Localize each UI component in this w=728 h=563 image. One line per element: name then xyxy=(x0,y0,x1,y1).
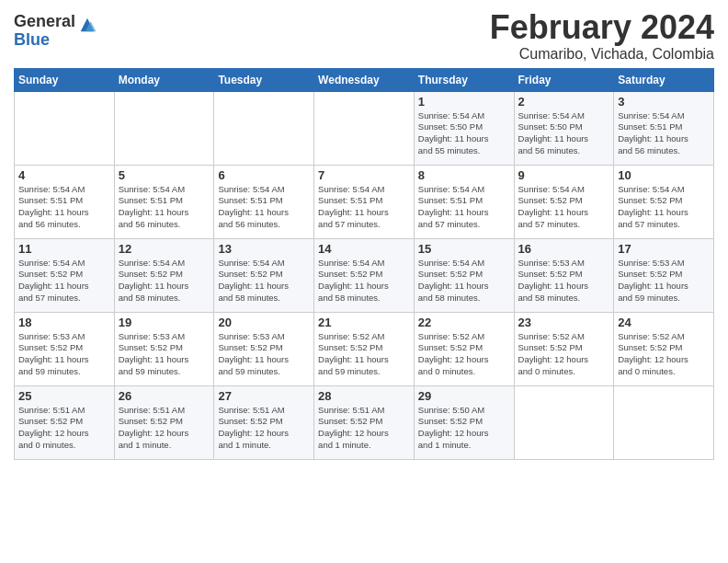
day-info: Sunrise: 5:54 AM Sunset: 5:50 PM Dayligh… xyxy=(418,110,510,157)
day-info: Sunrise: 5:53 AM Sunset: 5:52 PM Dayligh… xyxy=(18,331,110,378)
calendar-cell: 22Sunrise: 5:52 AM Sunset: 5:52 PM Dayli… xyxy=(414,312,514,385)
header-day-saturday: Saturday xyxy=(614,68,714,91)
calendar-cell: 28Sunrise: 5:51 AM Sunset: 5:52 PM Dayli… xyxy=(314,385,415,459)
title-area: February 2024 Cumaribo, Vichada, Colombi… xyxy=(490,9,714,63)
day-info: Sunrise: 5:54 AM Sunset: 5:51 PM Dayligh… xyxy=(119,184,210,231)
day-info: Sunrise: 5:54 AM Sunset: 5:51 PM Dayligh… xyxy=(618,110,710,157)
calendar-header-row: SundayMondayTuesdayWednesdayThursdayFrid… xyxy=(15,68,714,91)
day-info: Sunrise: 5:54 AM Sunset: 5:52 PM Dayligh… xyxy=(518,184,610,231)
calendar-cell: 15Sunrise: 5:54 AM Sunset: 5:52 PM Dayli… xyxy=(414,238,514,312)
day-number: 7 xyxy=(318,168,410,182)
day-number: 6 xyxy=(218,168,310,182)
calendar-cell: 27Sunrise: 5:51 AM Sunset: 5:52 PM Dayli… xyxy=(214,385,314,459)
header-day-thursday: Thursday xyxy=(414,68,514,91)
calendar-cell: 13Sunrise: 5:54 AM Sunset: 5:52 PM Dayli… xyxy=(214,238,314,312)
day-number: 27 xyxy=(218,389,310,403)
day-number: 25 xyxy=(18,389,110,403)
calendar-cell: 24Sunrise: 5:52 AM Sunset: 5:52 PM Dayli… xyxy=(614,312,714,385)
day-info: Sunrise: 5:54 AM Sunset: 5:52 PM Dayligh… xyxy=(18,258,110,304)
day-number: 19 xyxy=(119,316,210,329)
calendar-cell xyxy=(614,385,714,459)
day-info: Sunrise: 5:52 AM Sunset: 5:52 PM Dayligh… xyxy=(618,331,710,378)
day-number: 28 xyxy=(318,389,410,403)
day-info: Sunrise: 5:52 AM Sunset: 5:52 PM Dayligh… xyxy=(418,331,510,378)
calendar-cell: 3Sunrise: 5:54 AM Sunset: 5:51 PM Daylig… xyxy=(614,91,714,165)
day-info: Sunrise: 5:53 AM Sunset: 5:52 PM Dayligh… xyxy=(518,258,610,304)
week-row-3: 11Sunrise: 5:54 AM Sunset: 5:52 PM Dayli… xyxy=(15,238,714,312)
calendar-cell: 8Sunrise: 5:54 AM Sunset: 5:51 PM Daylig… xyxy=(414,165,514,238)
day-info: Sunrise: 5:54 AM Sunset: 5:51 PM Dayligh… xyxy=(318,184,410,231)
day-number: 10 xyxy=(618,168,710,182)
day-number: 1 xyxy=(418,95,510,109)
day-number: 5 xyxy=(119,168,210,182)
day-number: 29 xyxy=(418,389,510,403)
calendar-cell: 18Sunrise: 5:53 AM Sunset: 5:52 PM Dayli… xyxy=(15,312,115,385)
calendar-cell: 21Sunrise: 5:52 AM Sunset: 5:52 PM Dayli… xyxy=(314,312,415,385)
calendar-cell: 5Sunrise: 5:54 AM Sunset: 5:51 PM Daylig… xyxy=(114,165,214,238)
calendar-cell: 9Sunrise: 5:54 AM Sunset: 5:52 PM Daylig… xyxy=(514,165,614,238)
day-number: 2 xyxy=(518,95,610,109)
day-info: Sunrise: 5:52 AM Sunset: 5:52 PM Dayligh… xyxy=(318,331,410,378)
day-info: Sunrise: 5:54 AM Sunset: 5:52 PM Dayligh… xyxy=(119,258,210,304)
week-row-4: 18Sunrise: 5:53 AM Sunset: 5:52 PM Dayli… xyxy=(15,312,714,385)
calendar-cell: 11Sunrise: 5:54 AM Sunset: 5:52 PM Dayli… xyxy=(15,238,115,312)
day-number: 20 xyxy=(218,316,310,329)
day-info: Sunrise: 5:51 AM Sunset: 5:52 PM Dayligh… xyxy=(218,405,310,452)
calendar-cell: 25Sunrise: 5:51 AM Sunset: 5:52 PM Dayli… xyxy=(15,385,115,459)
day-number: 17 xyxy=(618,242,710,256)
header-day-tuesday: Tuesday xyxy=(214,68,314,91)
calendar-cell: 10Sunrise: 5:54 AM Sunset: 5:52 PM Dayli… xyxy=(614,165,714,238)
day-info: Sunrise: 5:54 AM Sunset: 5:52 PM Dayligh… xyxy=(418,258,510,304)
day-number: 21 xyxy=(318,316,410,329)
logo-icon xyxy=(77,15,97,35)
day-info: Sunrise: 5:50 AM Sunset: 5:52 PM Dayligh… xyxy=(418,405,510,452)
day-number: 15 xyxy=(418,242,510,256)
calendar-cell: 17Sunrise: 5:53 AM Sunset: 5:52 PM Dayli… xyxy=(614,238,714,312)
calendar-cell: 1Sunrise: 5:54 AM Sunset: 5:50 PM Daylig… xyxy=(414,91,514,165)
day-number: 13 xyxy=(218,242,310,256)
day-info: Sunrise: 5:54 AM Sunset: 5:51 PM Dayligh… xyxy=(418,184,510,231)
day-number: 16 xyxy=(518,242,610,256)
calendar-cell: 16Sunrise: 5:53 AM Sunset: 5:52 PM Dayli… xyxy=(514,238,614,312)
header-day-wednesday: Wednesday xyxy=(314,68,415,91)
calendar-cell: 4Sunrise: 5:54 AM Sunset: 5:51 PM Daylig… xyxy=(15,165,115,238)
day-number: 9 xyxy=(518,168,610,182)
calendar-cell xyxy=(114,91,214,165)
calendar-cell: 29Sunrise: 5:50 AM Sunset: 5:52 PM Dayli… xyxy=(414,385,514,459)
calendar-cell xyxy=(314,91,415,165)
subtitle: Cumaribo, Vichada, Colombia xyxy=(490,46,714,63)
day-info: Sunrise: 5:54 AM Sunset: 5:52 PM Dayligh… xyxy=(318,258,410,304)
calendar-cell: 23Sunrise: 5:52 AM Sunset: 5:52 PM Dayli… xyxy=(514,312,614,385)
calendar-cell: 20Sunrise: 5:53 AM Sunset: 5:52 PM Dayli… xyxy=(214,312,314,385)
day-info: Sunrise: 5:51 AM Sunset: 5:52 PM Dayligh… xyxy=(318,405,410,452)
logo-blue: Blue xyxy=(14,31,75,50)
day-number: 3 xyxy=(618,95,710,109)
calendar-cell: 7Sunrise: 5:54 AM Sunset: 5:51 PM Daylig… xyxy=(314,165,415,238)
day-info: Sunrise: 5:53 AM Sunset: 5:52 PM Dayligh… xyxy=(218,331,310,378)
calendar-table: SundayMondayTuesdayWednesdayThursdayFrid… xyxy=(14,68,714,460)
day-number: 24 xyxy=(618,316,710,329)
day-info: Sunrise: 5:51 AM Sunset: 5:52 PM Dayligh… xyxy=(18,405,110,452)
day-number: 12 xyxy=(119,242,210,256)
day-info: Sunrise: 5:54 AM Sunset: 5:51 PM Dayligh… xyxy=(18,184,110,231)
day-number: 26 xyxy=(119,389,210,403)
day-info: Sunrise: 5:51 AM Sunset: 5:52 PM Dayligh… xyxy=(119,405,210,452)
day-info: Sunrise: 5:54 AM Sunset: 5:51 PM Dayligh… xyxy=(218,184,310,231)
calendar-cell xyxy=(214,91,314,165)
day-number: 8 xyxy=(418,168,510,182)
day-info: Sunrise: 5:54 AM Sunset: 5:50 PM Dayligh… xyxy=(518,110,610,157)
calendar-cell: 14Sunrise: 5:54 AM Sunset: 5:52 PM Dayli… xyxy=(314,238,415,312)
day-number: 11 xyxy=(18,242,110,256)
header: General Blue February 2024 Cumaribo, Vic… xyxy=(14,9,714,63)
calendar-cell: 2Sunrise: 5:54 AM Sunset: 5:50 PM Daylig… xyxy=(514,91,614,165)
header-day-monday: Monday xyxy=(114,68,214,91)
calendar-cell xyxy=(15,91,115,165)
day-number: 14 xyxy=(318,242,410,256)
day-info: Sunrise: 5:52 AM Sunset: 5:52 PM Dayligh… xyxy=(518,331,610,378)
calendar-cell: 12Sunrise: 5:54 AM Sunset: 5:52 PM Dayli… xyxy=(114,238,214,312)
week-row-5: 25Sunrise: 5:51 AM Sunset: 5:52 PM Dayli… xyxy=(15,385,714,459)
header-day-sunday: Sunday xyxy=(15,68,115,91)
week-row-1: 1Sunrise: 5:54 AM Sunset: 5:50 PM Daylig… xyxy=(15,91,714,165)
header-day-friday: Friday xyxy=(514,68,614,91)
calendar-cell xyxy=(514,385,614,459)
